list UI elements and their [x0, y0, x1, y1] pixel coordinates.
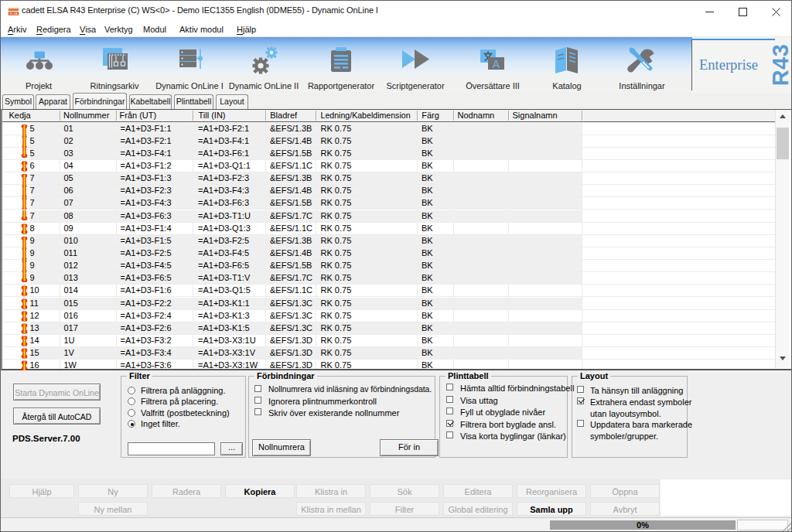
svg-text:A: A — [493, 58, 500, 70]
svg-text:ELSA: ELSA — [9, 12, 18, 15]
